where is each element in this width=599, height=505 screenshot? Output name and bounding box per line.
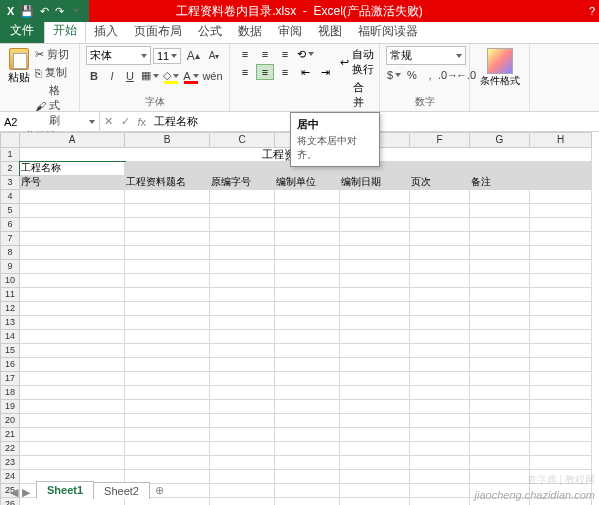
align-top-button[interactable]: ≡ xyxy=(236,46,254,62)
cell[interactable] xyxy=(470,274,530,288)
cell[interactable] xyxy=(470,288,530,302)
cell[interactable] xyxy=(125,274,210,288)
comma-button[interactable]: , xyxy=(422,67,438,83)
cell[interactable] xyxy=(210,344,275,358)
cell[interactable] xyxy=(530,442,592,456)
cell[interactable] xyxy=(340,232,410,246)
cell[interactable] xyxy=(20,274,125,288)
cell[interactable] xyxy=(530,274,592,288)
tab-data[interactable]: 数据 xyxy=(230,20,270,43)
cell[interactable] xyxy=(210,190,275,204)
row-header[interactable]: 16 xyxy=(0,358,20,372)
cell[interactable] xyxy=(410,400,470,414)
cell[interactable] xyxy=(20,414,125,428)
cell[interactable] xyxy=(210,288,275,302)
cell[interactable] xyxy=(275,372,340,386)
enter-icon[interactable]: ✓ xyxy=(121,115,130,128)
new-sheet-button[interactable]: ⊕ xyxy=(149,482,170,499)
cell[interactable] xyxy=(125,232,210,246)
cell[interactable] xyxy=(340,316,410,330)
cell[interactable] xyxy=(125,204,210,218)
cell[interactable] xyxy=(340,358,410,372)
cell[interactable] xyxy=(275,316,340,330)
cell[interactable] xyxy=(530,162,592,176)
cell[interactable] xyxy=(210,498,275,505)
cell[interactable] xyxy=(340,344,410,358)
cell[interactable] xyxy=(470,232,530,246)
cell[interactable] xyxy=(410,288,470,302)
cell[interactable] xyxy=(125,414,210,428)
cell[interactable] xyxy=(20,330,125,344)
cell[interactable]: 工程名称 xyxy=(20,162,125,176)
cell[interactable] xyxy=(210,414,275,428)
qat-more-icon[interactable] xyxy=(70,9,82,13)
cell[interactable] xyxy=(20,386,125,400)
cell[interactable] xyxy=(410,386,470,400)
cell[interactable] xyxy=(530,372,592,386)
cell[interactable] xyxy=(340,246,410,260)
cell[interactable] xyxy=(340,288,410,302)
row-header[interactable]: 22 xyxy=(0,442,20,456)
ribbon-help-icon[interactable]: ? xyxy=(589,5,595,17)
cell[interactable] xyxy=(530,190,592,204)
cell[interactable] xyxy=(275,246,340,260)
cell[interactable] xyxy=(410,330,470,344)
cell[interactable] xyxy=(275,428,340,442)
cell[interactable] xyxy=(210,316,275,330)
cell[interactable] xyxy=(210,400,275,414)
row-header[interactable]: 26 xyxy=(0,498,20,505)
cell[interactable] xyxy=(340,190,410,204)
cell[interactable] xyxy=(125,302,210,316)
cut-button[interactable]: ✂剪切 xyxy=(33,46,73,63)
cell[interactable] xyxy=(125,372,210,386)
row-header[interactable]: 10 xyxy=(0,274,20,288)
cell[interactable] xyxy=(410,344,470,358)
accounting-button[interactable]: $ xyxy=(386,67,402,83)
row-header[interactable]: 2 xyxy=(0,162,20,176)
align-middle-button[interactable]: ≡ xyxy=(256,46,274,62)
cell[interactable] xyxy=(125,442,210,456)
row-header[interactable]: 15 xyxy=(0,344,20,358)
conditional-format-icon[interactable] xyxy=(487,48,513,74)
grow-font-button[interactable]: A▴ xyxy=(183,47,203,65)
font-name-select[interactable]: 宋体 xyxy=(86,46,151,65)
cell[interactable] xyxy=(410,274,470,288)
cell[interactable] xyxy=(530,456,592,470)
cell[interactable] xyxy=(125,316,210,330)
cell[interactable] xyxy=(530,344,592,358)
align-bottom-button[interactable]: ≡ xyxy=(276,46,294,62)
cell[interactable] xyxy=(210,330,275,344)
sheet-nav-next-icon[interactable]: ▶ xyxy=(22,486,30,499)
cell[interactable]: 编制单位 xyxy=(275,176,340,190)
align-left-button[interactable]: ≡ xyxy=(236,64,254,80)
cell[interactable] xyxy=(20,316,125,330)
cell[interactable] xyxy=(470,330,530,344)
cell[interactable] xyxy=(410,316,470,330)
cell[interactable] xyxy=(410,428,470,442)
cell[interactable] xyxy=(340,428,410,442)
cell[interactable] xyxy=(470,372,530,386)
cell[interactable] xyxy=(20,190,125,204)
cell[interactable] xyxy=(530,386,592,400)
cell[interactable] xyxy=(340,260,410,274)
cell[interactable] xyxy=(125,190,210,204)
cell[interactable]: 备注 xyxy=(470,176,530,190)
row-header[interactable]: 4 xyxy=(0,190,20,204)
cell[interactable] xyxy=(470,204,530,218)
cell[interactable] xyxy=(470,414,530,428)
cell[interactable]: 序号 xyxy=(20,176,125,190)
number-format-select[interactable]: 常规 xyxy=(386,46,466,65)
cell[interactable] xyxy=(125,162,210,176)
font-color-button[interactable]: A xyxy=(182,68,200,84)
row-header[interactable]: 13 xyxy=(0,316,20,330)
copy-button[interactable]: ⎘复制 xyxy=(33,64,73,81)
cell[interactable] xyxy=(530,232,592,246)
tab-insert[interactable]: 插入 xyxy=(86,20,126,43)
paste-button[interactable]: 粘贴 xyxy=(6,46,31,129)
percent-button[interactable]: % xyxy=(404,67,420,83)
cell[interactable] xyxy=(530,400,592,414)
orientation-button[interactable]: ⟲ xyxy=(296,46,314,62)
cancel-icon[interactable]: ✕ xyxy=(104,115,113,128)
cell[interactable] xyxy=(340,302,410,316)
cell[interactable] xyxy=(20,456,125,470)
